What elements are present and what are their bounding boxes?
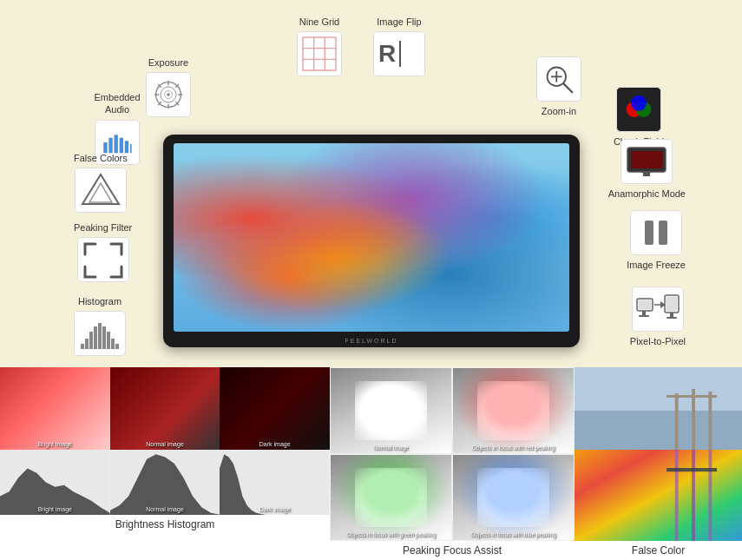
peaking-red-label: Objects in focus with red peaking xyxy=(472,445,555,451)
histogram-label: Histogram xyxy=(78,295,121,307)
anamorphic-feature: Anamorphic Mode xyxy=(608,139,686,200)
main-container: Nine Grid Image Flip R R Ex xyxy=(0,0,742,560)
peaking-green-label: Objects in focus with green peaking xyxy=(346,531,436,537)
false-color-images xyxy=(575,367,742,541)
svg-line-23 xyxy=(563,83,572,92)
pixel-icon-box[interactable] xyxy=(632,287,684,332)
false-color-processed xyxy=(575,450,742,541)
falsecolors-svg xyxy=(79,171,122,210)
peakingfilter-svg xyxy=(82,240,125,280)
svg-rect-47 xyxy=(102,326,106,349)
falsecolors-feature: False Colors xyxy=(74,152,128,213)
image-flip-icon-box[interactable]: R R xyxy=(373,31,425,76)
exposure-icon-box[interactable] xyxy=(146,72,191,117)
svg-rect-59 xyxy=(670,313,673,317)
nine-grid-label: Nine Grid xyxy=(299,16,339,28)
checkfield-icon-box[interactable] xyxy=(616,87,661,132)
svg-rect-44 xyxy=(89,332,93,349)
normal-histogram: Normal image xyxy=(110,450,220,515)
pixel-svg xyxy=(635,290,680,328)
pixel-feature: Pixel-to-Pixel xyxy=(630,287,686,347)
peakingfilter-feature: Peaking Filter xyxy=(74,221,132,282)
svg-rect-56 xyxy=(666,297,677,312)
svg-rect-50 xyxy=(115,344,119,349)
screen-content xyxy=(174,143,569,332)
peakingfilter-icon-box[interactable] xyxy=(77,237,129,282)
svg-rect-78 xyxy=(666,468,717,471)
histogram-icon-box[interactable] xyxy=(74,311,126,356)
peaking-grid: Normal image Objects in focus with red p… xyxy=(330,367,575,541)
peaking-blue-label: Objects in focus with blue peaking xyxy=(470,531,555,537)
zoomin-icon-box[interactable] xyxy=(536,56,581,102)
peaking-green: Objects in focus with green peaking xyxy=(330,454,452,541)
svg-rect-74 xyxy=(575,450,742,541)
normal-image-label: Normal image xyxy=(146,441,184,447)
audio-svg xyxy=(102,130,133,155)
anamorphic-label: Anamorphic Mode xyxy=(608,188,686,200)
zoomin-label: Zoom-in xyxy=(542,105,576,117)
svg-rect-52 xyxy=(638,300,651,310)
zoomin-feature: Zoom-in xyxy=(536,56,581,117)
bright-hist-svg xyxy=(0,450,110,515)
imagefreeze-label: Image Freeze xyxy=(627,259,686,271)
exposure-feature: Exposure xyxy=(146,56,191,117)
svg-rect-30 xyxy=(120,137,123,153)
anamorphic-svg xyxy=(624,144,669,179)
normal-image: Normal image xyxy=(110,367,220,450)
bright-hist-label: Bright image xyxy=(38,506,72,512)
image-flip-svg: R R xyxy=(377,37,422,70)
svg-rect-48 xyxy=(107,332,110,349)
svg-rect-75 xyxy=(675,450,679,541)
svg-rect-60 xyxy=(666,317,677,319)
brightness-histogram-label: Brightness Histogram xyxy=(0,515,330,534)
imagefreeze-icon-box[interactable] xyxy=(630,210,682,255)
histogram-top-images: Bright image Normal image Dark image xyxy=(0,367,330,450)
dark-hist-label: Dark image xyxy=(259,506,291,512)
exposure-svg xyxy=(153,79,184,110)
imagefreeze-feature: Image Freeze xyxy=(627,210,686,271)
audio-label: Embedded Audio xyxy=(87,91,148,116)
svg-rect-58 xyxy=(639,315,649,317)
monitor-display: FEELWORLD xyxy=(163,135,580,347)
svg-rect-46 xyxy=(98,323,102,349)
svg-rect-76 xyxy=(692,450,695,541)
svg-rect-40 xyxy=(645,221,653,245)
falsecolors-label: False Colors xyxy=(74,152,128,164)
dark-image: Dark image xyxy=(220,367,330,450)
zoomin-svg xyxy=(543,63,575,95)
checkfield-svg xyxy=(623,94,654,125)
svg-rect-41 xyxy=(659,221,667,245)
histogram-svg xyxy=(77,314,122,352)
svg-rect-49 xyxy=(111,339,115,349)
monitor-frame xyxy=(163,135,580,347)
falsecolors-icon-box[interactable] xyxy=(75,168,127,213)
bright-image: Bright image xyxy=(0,367,110,450)
dark-hist-svg xyxy=(220,450,330,515)
svg-rect-45 xyxy=(94,326,97,349)
nine-grid-feature: Nine Grid xyxy=(297,16,342,76)
false-color-section: False Color xyxy=(575,367,742,560)
peaking-label: Peaking Focus Assist xyxy=(330,541,575,560)
peaking-section: Normal image Objects in focus with red p… xyxy=(330,367,575,560)
pixel-label: Pixel-to-Pixel xyxy=(630,335,686,347)
brightness-histogram-section: Bright image Normal image Dark image xyxy=(0,367,330,560)
nine-grid-svg xyxy=(302,36,337,71)
nine-grid-icon-box[interactable] xyxy=(297,31,342,76)
peaking-red: Objects in focus with red peaking xyxy=(452,367,575,454)
svg-rect-27 xyxy=(103,142,107,153)
svg-rect-29 xyxy=(115,135,118,153)
dark-image-label: Dark image xyxy=(259,441,291,447)
svg-rect-0 xyxy=(303,37,336,70)
anamorphic-icon-box[interactable] xyxy=(621,139,673,184)
monitor-brand-label: FEELWORLD xyxy=(345,338,397,344)
fc-processed-svg xyxy=(575,450,742,541)
svg-rect-37 xyxy=(631,151,662,168)
false-color-photo xyxy=(575,367,742,450)
histogram-bottom-images: Bright image Normal image Dark xyxy=(0,450,330,515)
svg-rect-31 xyxy=(125,141,128,153)
histogram-feature: Histogram xyxy=(74,295,126,356)
normal-hist-svg xyxy=(110,450,220,515)
svg-point-26 xyxy=(631,96,647,111)
image-flip-feature: Image Flip R R xyxy=(373,16,425,76)
peakingfilter-label: Peaking Filter xyxy=(74,221,132,234)
